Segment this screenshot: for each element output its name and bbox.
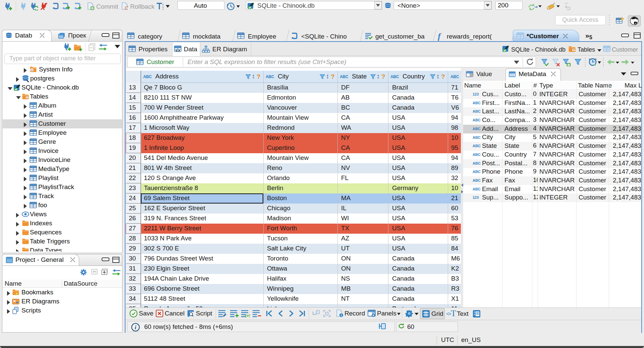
svg-text:i: i <box>341 313 342 317</box>
svg-text:i: i <box>135 324 137 331</box>
svg-text:i: i <box>31 68 32 72</box>
svg-text:(+): (+) <box>245 313 250 317</box>
